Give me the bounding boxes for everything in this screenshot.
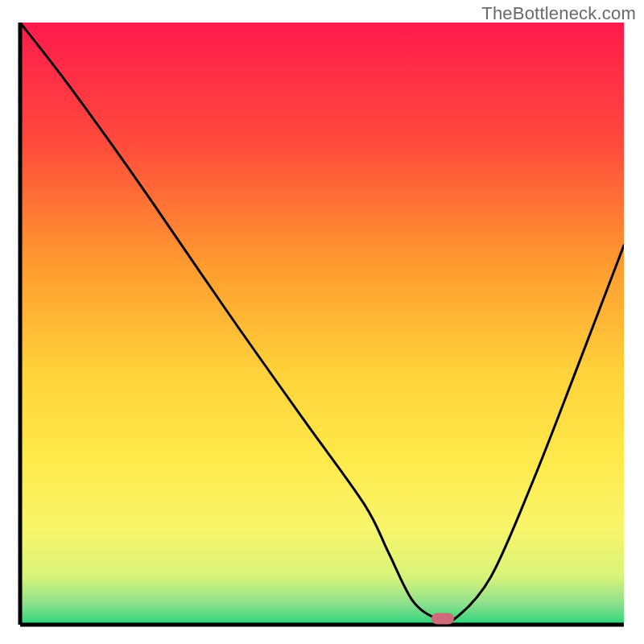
watermark-text: TheBottleneck.com xyxy=(481,3,636,24)
chart-container: TheBottleneck.com xyxy=(0,0,644,644)
optimal-marker xyxy=(431,613,454,625)
plot-background xyxy=(20,23,624,625)
bottleneck-chart xyxy=(0,0,644,644)
